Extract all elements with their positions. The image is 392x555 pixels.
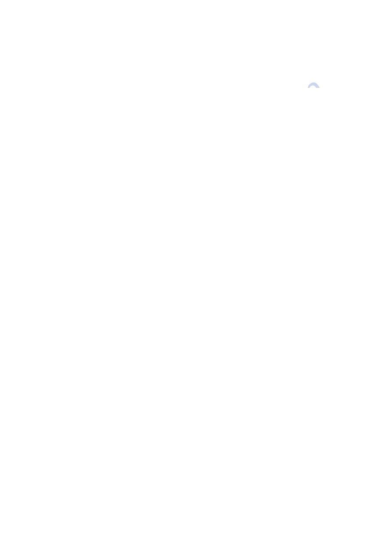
watermark: manualshive.com	[68, 68, 332, 88]
